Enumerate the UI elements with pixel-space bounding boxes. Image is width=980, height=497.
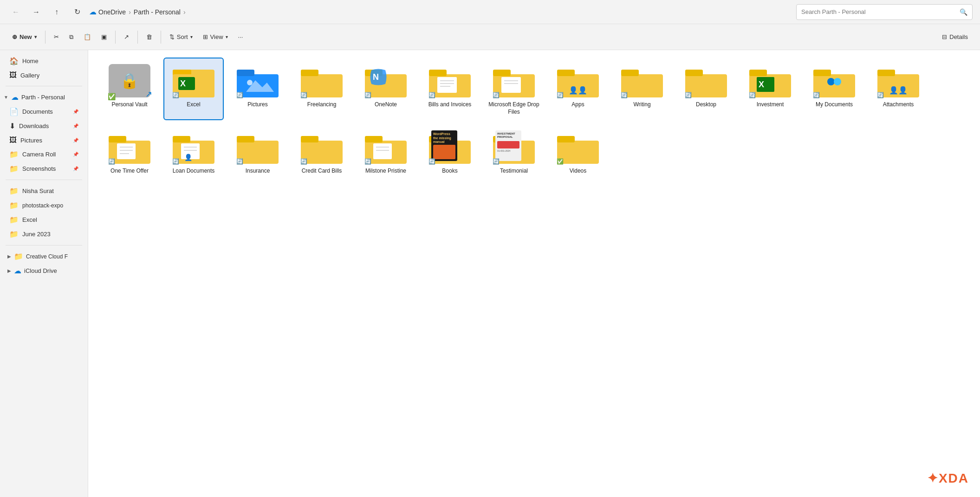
one-time-offer-label: One Time Offer (110, 168, 149, 175)
sidebar-item-gallery-label: Gallery (20, 72, 39, 79)
folder-investment[interactable]: X 🔄 Investment (740, 58, 800, 120)
search-bar[interactable]: 🔍 (796, 4, 973, 20)
sidebar-item-screenshots[interactable]: 📁 Screenshots 📌 (2, 161, 86, 176)
folder-videos[interactable]: ✅ Videos (548, 124, 608, 180)
cut-icon: ✂ (54, 33, 59, 40)
folder-credit-card-bills[interactable]: 🔄 Credit Card Bills (292, 124, 352, 180)
toolbar: ⊕ New ▾ ✂ ⧉ 📋 ▣ ↗ 🗑 ⇅ Sort ▾ ⊞ View ▾ ··… (0, 24, 980, 50)
sidebar-item-creative-cloud[interactable]: ▶ 📁 Creative Cloud F (0, 249, 88, 264)
breadcrumb-onedrive-label: OneDrive (98, 8, 126, 16)
testimonial-label: Testimonial (500, 168, 528, 175)
ms-edge-drop-label: Microsoft Edge Drop Files (488, 101, 539, 116)
books-sync-icon: 🔄 (428, 158, 435, 165)
sidebar-item-icloud[interactable]: ▶ ☁ iCloud Drive (0, 264, 88, 278)
credit-card-bills-icon-wrap: 🔄 (299, 129, 344, 166)
sidebar-item-excel[interactable]: 📁 Excel (2, 213, 86, 227)
testimonial-cover: INVESTMENTPROPOSAL 01-001-2024 (495, 130, 521, 161)
sidebar-item-pictures-label: Pictures (20, 137, 42, 144)
sidebar-item-documents[interactable]: 📄 Documents 📌 (2, 104, 86, 119)
sidebar-item-gallery[interactable]: 🖼 Gallery (2, 68, 86, 82)
details-icon: ⊟ (942, 33, 947, 40)
sidebar-divider-3 (6, 245, 82, 245)
folder-pictures[interactable]: 🔄 Pictures (227, 58, 288, 120)
creative-cloud-icon: 📁 (14, 252, 23, 261)
sidebar-item-home[interactable]: 🏠 Home (2, 54, 86, 68)
videos-icon-wrap: ✅ (556, 129, 600, 166)
pictures-sync-icon: 🔄 (236, 92, 243, 98)
new-plus-icon: ⊕ (12, 33, 17, 40)
personal-vault-label: Personal Vault (111, 101, 147, 109)
bills-invoices-label: Bills and Invoices (428, 101, 472, 109)
bills-icon-wrap: 🔄 (428, 62, 472, 99)
onenote-icon-wrap: 🔄 N (363, 62, 408, 99)
folder-my-documents[interactable]: 🔄 My Documents (804, 58, 864, 120)
folder-milstone-pristine[interactable]: 🔄 Milstone Pristine (356, 124, 416, 180)
folder-writing[interactable]: 🔄 Writing (612, 58, 672, 120)
svg-rect-66 (557, 136, 575, 142)
excel-folder-icon-wrap: X 🔄 (171, 62, 216, 99)
pin-icon: 📌 (73, 109, 78, 114)
more-button[interactable]: ··· (234, 31, 248, 43)
folder-freelancing[interactable]: 🔄 Freelancing (292, 58, 352, 120)
folder-desktop[interactable]: 🔄 Desktop (676, 58, 736, 120)
folder-onenote[interactable]: 🔄 N OneNote (356, 58, 416, 120)
june2023-icon: 📁 (9, 230, 19, 239)
my-documents-label: My Documents (816, 101, 853, 109)
sidebar-item-photostack[interactable]: 📁 photostack-expo (2, 198, 86, 213)
excel-sync-icon: 🔄 (172, 92, 179, 98)
sidebar-item-pictures[interactable]: 🖼 Pictures 📌 (2, 133, 86, 147)
one-time-offer-sync-icon: 🔄 (108, 158, 115, 165)
forward-button[interactable]: → (28, 4, 45, 20)
folder-one-time-offer[interactable]: 🔄 One Time Offer (99, 124, 160, 180)
sidebar-item-june2023[interactable]: 📁 June 2023 (2, 227, 86, 241)
sidebar-item-nisha-surat-label: Nisha Surat (22, 187, 54, 194)
documents-icon: 📄 (9, 107, 19, 116)
folder-books[interactable]: WordPressthe missingmanual 🔄 Books (420, 124, 480, 180)
writing-icon-wrap: 🔄 (620, 62, 664, 99)
ms-edge-drop-icon-wrap: 🔄 (492, 62, 536, 99)
share-button[interactable]: ↗ (119, 31, 134, 43)
details-button[interactable]: ⊟ Details (937, 31, 973, 43)
sidebar-item-photostack-label: photostack-expo (22, 202, 63, 209)
view-label: View (210, 33, 223, 40)
copy-button[interactable]: ⧉ (65, 31, 78, 44)
paste-button[interactable]: 📋 (79, 31, 96, 43)
delete-icon: 🗑 (146, 33, 152, 40)
sidebar: 🏠 Home 🖼 Gallery ▼ ☁ Parth - Personal 📄 … (0, 50, 88, 497)
onedrive-small-icon: ☁ (11, 93, 19, 102)
breadcrumb-onedrive[interactable]: ☁ OneDrive (89, 7, 126, 16)
videos-label: Videos (570, 168, 586, 175)
view-chevron-icon: ▾ (226, 34, 228, 39)
back-button[interactable]: ← (7, 4, 24, 20)
folder-personal-vault[interactable]: 🔒 ↗ ✅ Personal Vault (99, 58, 160, 120)
folder-testimonial[interactable]: INVESTMENTPROPOSAL 01-001-2024 🔄 Testimo… (484, 124, 544, 180)
sidebar-item-camera-roll[interactable]: 📁 Camera Roll 📌 (2, 147, 86, 161)
folder-attachments[interactable]: 🔄 👤👤 Attachments (868, 58, 928, 120)
expand-arrow-icon: ▼ (4, 95, 8, 100)
sidebar-item-creative-cloud-label: Creative Cloud F (26, 253, 68, 260)
sidebar-item-parth-personal[interactable]: ▼ ☁ Parth - Personal (0, 90, 88, 104)
sidebar-item-downloads[interactable]: ⬇ Downloads 📌 (2, 119, 86, 133)
sort-button[interactable]: ⇅ Sort ▾ (165, 31, 197, 43)
cut-button[interactable]: ✂ (49, 31, 64, 43)
folder-apps[interactable]: 🔄 👤👤 Apps (548, 58, 608, 120)
search-input[interactable] (801, 8, 960, 15)
writing-label: Writing (633, 101, 650, 109)
downloads-icon: ⬇ (9, 122, 15, 130)
view-button[interactable]: ⊞ View ▾ (198, 31, 233, 43)
new-button[interactable]: ⊕ New ▾ (7, 31, 41, 43)
breadcrumb-parth[interactable]: Parth - Personal (134, 8, 181, 16)
up-button[interactable]: ↑ (48, 4, 65, 20)
sidebar-item-nisha-surat[interactable]: 📁 Nisha Surat (2, 184, 86, 198)
svg-rect-58 (373, 143, 392, 159)
delete-button[interactable]: 🗑 (142, 31, 157, 43)
attachments-people-icon: 👤👤 (889, 86, 908, 95)
folder-ms-edge-drop[interactable]: 🔄 Microsoft Edge Drop Files (484, 58, 544, 120)
folder-excel[interactable]: X 🔄 Excel (163, 58, 224, 120)
my-documents-icon-wrap: 🔄 (812, 62, 857, 99)
folder-insurance[interactable]: 🔄 Insurance (227, 124, 288, 180)
folder-bills-invoices[interactable]: 🔄 Bills and Invoices (420, 58, 480, 120)
folder-loan-documents[interactable]: 🔄 👤 Loan Documents (163, 124, 224, 180)
refresh-button[interactable]: ↻ (69, 4, 85, 20)
rename-button[interactable]: ▣ (97, 31, 111, 43)
